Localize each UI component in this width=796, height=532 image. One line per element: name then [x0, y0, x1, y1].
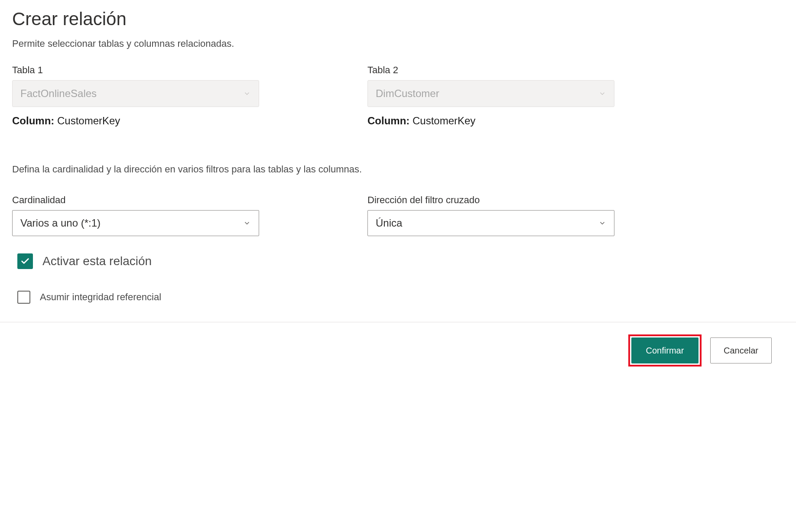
confirm-button[interactable]: Confirmar: [631, 337, 699, 363]
chevron-down-icon: [598, 90, 606, 97]
cardinality-value: Varios a uno (*:1): [20, 217, 101, 229]
activate-relationship-checkbox[interactable]: [17, 253, 33, 269]
chevron-down-icon: [243, 90, 251, 97]
table1-column: Column: CustomerKey: [12, 115, 259, 127]
create-relationship-dialog: Crear relación Permite seleccionar tabla…: [0, 0, 796, 379]
cancel-button[interactable]: Cancelar: [710, 337, 772, 363]
tables-row: Tabla 1 FactOnlineSales Column: Customer…: [12, 65, 784, 127]
chevron-down-icon: [598, 219, 606, 227]
assume-integrity-label: Asumir integridad referencial: [40, 292, 161, 303]
cross-filter-label: Dirección del filtro cruzado: [367, 195, 614, 206]
cardinality-description: Defina la cardinalidad y la dirección en…: [12, 164, 784, 175]
cardinality-select[interactable]: Varios a uno (*:1): [12, 210, 259, 236]
dropdown-row: Cardinalidad Varios a uno (*:1) Direcció…: [12, 195, 784, 236]
cardinality-label: Cardinalidad: [12, 195, 259, 206]
dialog-footer: Confirmar Cancelar: [12, 322, 784, 379]
activate-relationship-row: Activar esta relación: [12, 253, 784, 269]
table2-column: Column: CustomerKey: [367, 115, 614, 127]
table1-block: Tabla 1 FactOnlineSales Column: Customer…: [12, 65, 259, 127]
cardinality-block: Cardinalidad Varios a uno (*:1): [12, 195, 259, 236]
assume-integrity-row: Asumir integridad referencial: [12, 291, 784, 304]
cross-filter-value: Única: [376, 217, 402, 229]
activate-relationship-label: Activar esta relación: [42, 254, 152, 268]
table2-select[interactable]: DimCustomer: [367, 80, 614, 107]
cross-filter-block: Dirección del filtro cruzado Única: [367, 195, 614, 236]
chevron-down-icon: [243, 219, 251, 227]
confirm-highlight: Confirmar: [628, 334, 702, 367]
table2-block: Tabla 2 DimCustomer Column: CustomerKey: [367, 65, 614, 127]
dialog-title: Crear relación: [12, 9, 784, 29]
table1-value: FactOnlineSales: [20, 88, 97, 100]
table1-label: Tabla 1: [12, 65, 259, 76]
table1-select[interactable]: FactOnlineSales: [12, 80, 259, 107]
dialog-subtitle: Permite seleccionar tablas y columnas re…: [12, 38, 784, 49]
table2-label: Tabla 2: [367, 65, 614, 76]
table2-value: DimCustomer: [376, 88, 439, 100]
assume-integrity-checkbox[interactable]: [17, 291, 30, 304]
cross-filter-select[interactable]: Única: [367, 210, 614, 236]
check-icon: [20, 256, 30, 266]
